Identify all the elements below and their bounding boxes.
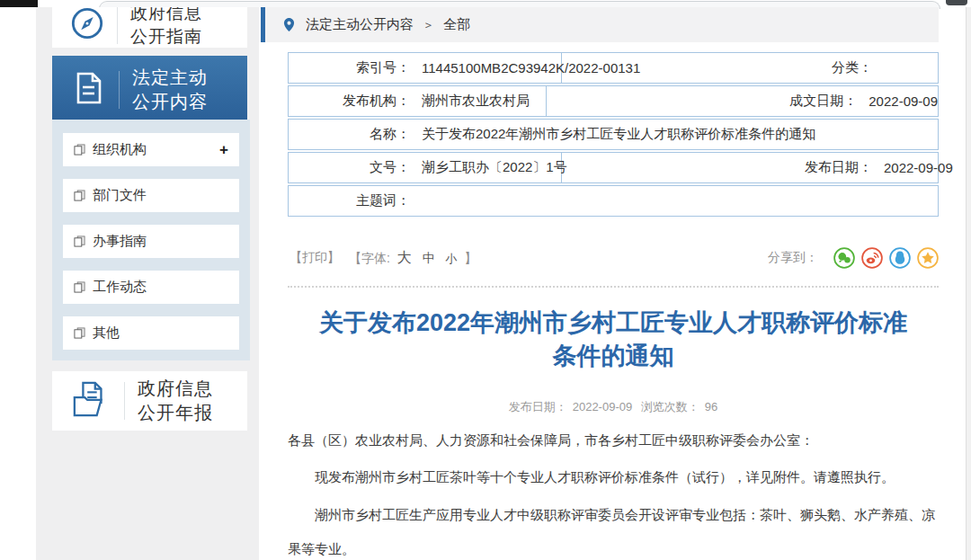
meta-value: 2022-09-09 xyxy=(869,93,938,109)
font-size-medium-button[interactable]: 中 xyxy=(423,251,435,265)
location-pin-icon xyxy=(283,17,295,32)
divider xyxy=(124,382,125,420)
font-size-prefix: 【字体: xyxy=(349,251,390,265)
breadcrumb: 法定主动公开内容 ＞ 全部 xyxy=(261,7,939,42)
breadcrumb-root-link[interactable]: 法定主动公开内容 xyxy=(306,16,414,33)
sidebar-item-statutory-disclosure[interactable]: 法定主动 公开内容 xyxy=(52,56,247,123)
article-paragraph: 各县（区）农业农村局、人力资源和社会保障局，市各乡村工匠中级职称评委会办公室： xyxy=(288,423,940,458)
meta-label: 索引号： xyxy=(289,59,410,76)
page-title: 关于发布2022年潮州市乡村工匠专业人才职称评价标准 条件的通知 xyxy=(288,307,939,373)
article-toolbar: 【打印】 【字体: 大 中 小 】 分享到： xyxy=(290,244,939,271)
meta-value: 关于发布2022年潮州市乡村工匠专业人才职称评价标准条件的通知 xyxy=(422,126,815,143)
font-size-control: 【字体: 大 中 小 】 xyxy=(349,249,477,268)
table-row: 文号： 潮乡工职办〔2022〕1号 发布日期： 2022-09-09 xyxy=(288,152,939,183)
table-row: 主题词： xyxy=(288,185,939,217)
views-count: 96 xyxy=(705,400,717,413)
meta-label: 名称： xyxy=(289,126,410,143)
sidebar-item-gov-info-guide[interactable]: 政府信息 公开指南 xyxy=(52,7,247,48)
meta-label: 文号： xyxy=(289,159,410,176)
share-label: 分享到： xyxy=(768,250,818,266)
menu-item-label: 部门文件 xyxy=(93,187,147,204)
share-wechat-icon[interactable] xyxy=(833,247,855,269)
divider xyxy=(117,7,118,44)
meta-value: 潮州市农业农村局 xyxy=(422,93,530,110)
pages-icon xyxy=(74,236,85,247)
share-weibo-icon[interactable] xyxy=(861,247,883,269)
font-size-large-button[interactable]: 大 xyxy=(397,250,412,265)
menu-item-label: 其他 xyxy=(93,324,120,342)
folder-report-icon xyxy=(70,380,111,422)
views-label: 浏览次数： xyxy=(641,400,699,413)
font-size-small-button[interactable]: 小 xyxy=(446,252,458,265)
breadcrumb-current[interactable]: 全部 xyxy=(443,16,470,33)
sidebar-item-annual-report[interactable]: 政府信息 公开年报 xyxy=(52,371,247,431)
print-button[interactable]: 【打印】 xyxy=(290,250,340,266)
browser-dark-corner-left xyxy=(0,0,38,7)
pages-icon xyxy=(74,327,85,339)
article-body: 各县（区）农业农村局、人力资源和社会保障局，市各乡村工匠中级职称评委会办公室： … xyxy=(288,423,940,560)
meta-label: 发布日期： xyxy=(562,159,872,176)
meta-value: 2022-09-09 xyxy=(884,160,953,175)
divider xyxy=(119,71,120,109)
menu-item-label: 组织机构 xyxy=(93,141,147,158)
pages-icon xyxy=(74,281,85,293)
pages-icon xyxy=(74,144,85,156)
dotted-divider xyxy=(288,286,939,288)
sidebar-item-other[interactable]: 其他 xyxy=(63,316,239,350)
meta-label: 发布机构： xyxy=(289,93,410,110)
scrollbar-track[interactable] xyxy=(966,7,971,560)
table-row: 索引号： 11445100MB2C93942K/2022-00131 分类： xyxy=(288,52,939,84)
article-paragraph: 现发布潮州市乡村工匠茶叶等十个专业人才职称评价标准条件（试行），详见附件。请遵照… xyxy=(288,460,940,494)
sidebar-submenu: 组织机构 + 部门文件 办事指南 工作动态 其他 xyxy=(52,120,250,360)
menu-item-label: 工作动态 xyxy=(93,279,147,296)
article-paragraph: 潮州市乡村工匠生产应用专业人才中级职称评审委员会开设评审专业包括：茶叶、狮头鹅、… xyxy=(288,498,940,560)
share-star-icon[interactable] xyxy=(917,247,939,269)
table-row: 发布机构： 潮州市农业农村局 成文日期： 2022-09-09 xyxy=(288,85,939,117)
share-qq-icon[interactable] xyxy=(889,247,911,269)
meta-label: 分类： xyxy=(562,59,872,76)
meta-value: 潮乡工职办〔2022〕1号 xyxy=(422,159,567,176)
browser-dark-corner-right xyxy=(946,0,967,5)
sidebar-active-label: 法定主动 公开内容 xyxy=(132,66,208,114)
browser-chrome-sliver xyxy=(0,0,971,7)
compass-icon xyxy=(70,7,104,44)
sidebar-item-department-documents[interactable]: 部门文件 xyxy=(63,179,239,212)
sidebar-item-work-updates[interactable]: 工作动态 xyxy=(63,271,239,304)
article-meta: 发布日期：2022-09-09 浏览次数：96 xyxy=(288,399,939,415)
meta-label: 主题词： xyxy=(289,192,410,209)
sidebar-item-service-guide[interactable]: 办事指南 xyxy=(63,225,239,258)
menu-item-label: 办事指南 xyxy=(93,233,147,250)
publish-date-label: 发布日期： xyxy=(509,400,567,413)
sidebar-item-organization[interactable]: 组织机构 + xyxy=(63,133,239,166)
expand-plus-icon[interactable]: + xyxy=(219,141,228,159)
document-meta-table: 索引号： 11445100MB2C93942K/2022-00131 分类： 发… xyxy=(288,52,939,218)
font-size-suffix: 】 xyxy=(464,251,477,265)
pages-icon xyxy=(74,190,85,201)
sidebar-guide-label: 政府信息 公开指南 xyxy=(130,7,202,48)
table-row: 名称： 关于发布2022年潮州市乡村工匠专业人才职称评价标准条件的通知 xyxy=(288,119,939,150)
document-icon xyxy=(70,70,106,110)
breadcrumb-separator: ＞ xyxy=(423,17,434,33)
meta-label: 成文日期： xyxy=(547,93,857,110)
sidebar-annual-label: 政府信息 公开年报 xyxy=(138,377,213,425)
publish-date: 2022-09-09 xyxy=(573,400,633,413)
